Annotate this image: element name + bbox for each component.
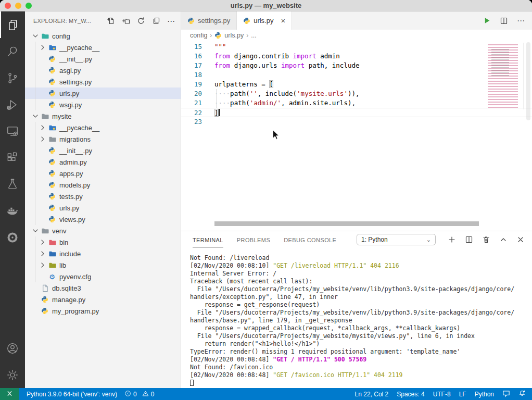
- activity-source-control-icon[interactable]: [0, 65, 25, 91]
- run-python-file-icon[interactable]: [483, 17, 491, 24]
- code-line-15[interactable]: 15""": [181, 42, 532, 52]
- indentation-status[interactable]: Spaces: 4: [397, 391, 424, 398]
- split-editor-icon[interactable]: [500, 17, 508, 25]
- maximize-panel-icon[interactable]: [499, 235, 508, 244]
- remote-icon: [6, 390, 14, 399]
- encoding-status[interactable]: UTF-8: [433, 391, 451, 398]
- language-mode-status[interactable]: Python: [475, 391, 494, 398]
- kill-terminal-icon[interactable]: [482, 235, 490, 244]
- tree-item-init-py[interactable]: __init__.py: [25, 53, 181, 65]
- tree-item-pycache[interactable]: __pycache__: [25, 42, 181, 53]
- shell-select-value: 1: Python: [361, 236, 388, 243]
- tree-item-mysite[interactable]: mysite: [25, 110, 181, 122]
- tab-terminal[interactable]: TERMINAL: [193, 232, 223, 247]
- tab-settings-py[interactable]: settings.py: [181, 11, 237, 30]
- tree-item-my-program-py[interactable]: my_program.py: [25, 305, 181, 317]
- tree-item-config[interactable]: config: [25, 30, 181, 42]
- breadcrumb-item-config[interactable]: config: [190, 32, 207, 39]
- split-terminal-icon[interactable]: [465, 235, 473, 244]
- close-panel-icon[interactable]: [516, 235, 525, 244]
- tree-item-lib[interactable]: lib: [25, 259, 181, 271]
- code-line-19[interactable]: 19urlpatterns = [: [181, 80, 532, 89]
- tree-item-admin-py[interactable]: admin.py: [25, 156, 181, 168]
- code-line-22[interactable]: 22]: [181, 108, 532, 117]
- tree-item-include[interactable]: include: [25, 248, 181, 259]
- tree-item-migrations[interactable]: migrations: [25, 133, 181, 145]
- tree-item-pyvenv-cfg[interactable]: ⚙pyvenv.cfg: [25, 271, 181, 282]
- problems-status[interactable]: 0 0: [124, 390, 154, 398]
- breadcrumb-item-symbol[interactable]: ...: [251, 32, 256, 39]
- gear-icon: ⚙: [48, 272, 56, 281]
- tree-item-urls-py[interactable]: urls.py: [25, 88, 181, 99]
- new-file-icon[interactable]: [107, 17, 115, 25]
- chevron-right-icon: [39, 249, 47, 258]
- python-interpreter-status[interactable]: Python 3.9.0 64-bit ('venv': venv): [27, 391, 117, 398]
- activity-remote-explorer-icon[interactable]: [0, 118, 25, 144]
- tab-debug-console[interactable]: DEBUG CONSOLE: [284, 232, 336, 247]
- tree-item-asgi-py[interactable]: asgi.py: [25, 65, 181, 76]
- terminal-line: TypeError: render() missing 1 required p…: [190, 348, 532, 356]
- notifications-bell-icon[interactable]: [518, 390, 526, 398]
- tab-problems[interactable]: PROBLEMS: [237, 232, 270, 247]
- code-line-23[interactable]: 23: [181, 117, 532, 127]
- activity-search-icon[interactable]: [0, 38, 25, 65]
- chevron-right-icon: ›: [210, 32, 212, 39]
- editor-more-actions-icon[interactable]: ⋯: [517, 17, 525, 24]
- tree-item-urls-py[interactable]: urls.py: [25, 202, 181, 214]
- minimap[interactable]: [486, 43, 524, 109]
- code-line-17[interactable]: 17from django.urls import path, include: [181, 61, 532, 70]
- tree-item-apps-py[interactable]: apps.py: [25, 168, 181, 179]
- new-terminal-icon[interactable]: [448, 235, 456, 244]
- tree-item-bin[interactable]: bin: [25, 236, 181, 248]
- activity-testing-icon[interactable]: [0, 171, 25, 197]
- editor-horizontal-scrollbar[interactable]: [214, 221, 479, 226]
- code-editor[interactable]: 15"""16from django.contrib import admin1…: [181, 41, 532, 231]
- tree-item-label: pyvenv.cfg: [59, 273, 91, 281]
- tree-item-views-py[interactable]: views.py: [25, 214, 181, 225]
- terminal-shell-select[interactable]: 1: Python ⌄: [357, 234, 436, 245]
- line-number: 21: [181, 98, 214, 108]
- tree-item-manage-py[interactable]: manage.py: [25, 294, 181, 305]
- collapse-folders-icon[interactable]: [152, 17, 160, 25]
- chevron-right-icon: [39, 238, 47, 246]
- tree-item-venv[interactable]: venv: [25, 225, 181, 236]
- explorer-header: EXPLORER: MY_W... ⋯: [25, 11, 181, 30]
- activity-extensions-icon[interactable]: [0, 144, 25, 171]
- tree-item-tests-py[interactable]: tests.py: [25, 191, 181, 202]
- tree-item-wsgi-py[interactable]: wsgi.py: [25, 99, 181, 110]
- activity-run-debug-icon[interactable]: [0, 91, 25, 118]
- feedback-icon[interactable]: [502, 390, 510, 399]
- activity-settings-icon[interactable]: [0, 361, 25, 388]
- remote-indicator[interactable]: [0, 388, 19, 400]
- code-line-18[interactable]: 18: [181, 70, 532, 80]
- activity-docker-icon[interactable]: [0, 197, 25, 224]
- terminal-output[interactable]: Not Found: /livereload[02/Nov/2020 00:08…: [181, 248, 532, 387]
- chevron-down-icon: ⌄: [426, 236, 431, 243]
- tree-item-models-py[interactable]: models.py: [25, 179, 181, 191]
- refresh-icon[interactable]: [137, 17, 145, 25]
- code-line-21[interactable]: 21····path('admin/', admin.site.urls),: [181, 98, 532, 108]
- code-line-20[interactable]: 20····path('', include('mysite.urls')),: [181, 89, 532, 98]
- activity-account-icon[interactable]: [0, 335, 25, 361]
- new-folder-icon[interactable]: [122, 17, 130, 25]
- tree-indent-guide: [35, 42, 35, 110]
- activity-extension-badge-icon[interactable]: [0, 224, 25, 251]
- tree-item-settings-py[interactable]: settings.py: [25, 76, 181, 88]
- activity-bar: [0, 11, 25, 388]
- tab-label: settings.py: [198, 17, 230, 24]
- cursor-position-status[interactable]: Ln 22, Col 2: [355, 391, 389, 398]
- tab-urls-py[interactable]: urls.py ×: [237, 11, 292, 30]
- close-tab-icon[interactable]: ×: [281, 17, 285, 24]
- eol-status[interactable]: LF: [459, 391, 466, 398]
- tree-item-pycache[interactable]: __pycache__: [25, 122, 181, 133]
- editor-vertical-scrollbar[interactable]: [525, 41, 532, 231]
- tree-item-db-sqlite3[interactable]: db.sqlite3: [25, 282, 181, 294]
- activity-explorer-icon[interactable]: [0, 11, 25, 38]
- breadcrumb-item-urls-py[interactable]: urls.py: [224, 32, 244, 39]
- python-file-icon: [48, 204, 56, 212]
- terminal-line: [02/Nov/2020 00:08:10] "GET /livereload …: [190, 262, 532, 270]
- python-file-icon: [187, 17, 195, 24]
- tree-item-init-py[interactable]: __init__.py: [25, 145, 181, 156]
- more-actions-icon[interactable]: ⋯: [167, 17, 175, 25]
- code-line-16[interactable]: 16from django.contrib import admin: [181, 52, 532, 61]
